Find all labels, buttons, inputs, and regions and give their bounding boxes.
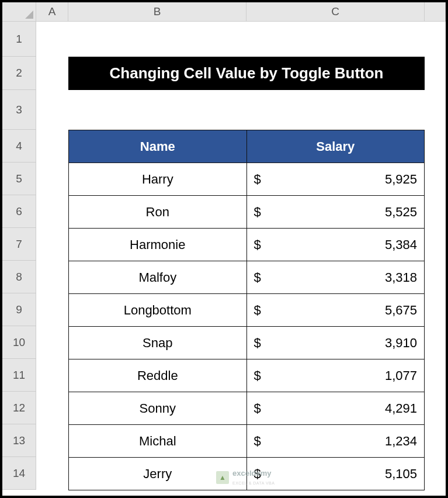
salary-value: 1,234: [385, 434, 417, 449]
row-header-8[interactable]: 8: [2, 261, 36, 293]
table-row: Michal$1,234: [69, 425, 425, 458]
currency-symbol: $: [254, 336, 261, 351]
cell-salary[interactable]: $5,925: [246, 163, 424, 196]
salary-value: 5,925: [385, 172, 417, 187]
table-row: Harry$5,925: [69, 163, 425, 196]
table-row: Jerry$5,105: [69, 458, 425, 490]
column-header-c[interactable]: C: [246, 2, 425, 21]
cell-name[interactable]: Harmonie: [69, 229, 247, 261]
table-row: Harmonie$5,384: [69, 229, 425, 261]
table-row: Longbottom$5,675: [69, 294, 425, 327]
salary-value: 5,675: [385, 303, 417, 318]
cell-name[interactable]: Ron: [69, 196, 247, 229]
column-headers: A B C: [36, 2, 446, 22]
row-header-3[interactable]: 3: [2, 90, 36, 130]
salary-value: 5,105: [385, 466, 417, 482]
worksheet-area[interactable]: Changing Cell Value by Toggle Button Nam…: [36, 22, 446, 496]
cell-salary[interactable]: $3,318: [246, 261, 424, 294]
cell-salary[interactable]: $5,105: [246, 458, 424, 490]
column-header-a[interactable]: A: [36, 2, 68, 21]
cell-name[interactable]: Jerry: [69, 458, 247, 490]
cell-name[interactable]: Sonny: [69, 392, 247, 425]
row-header-7[interactable]: 7: [2, 228, 36, 261]
header-name[interactable]: Name: [69, 130, 247, 163]
row-header-13[interactable]: 13: [2, 424, 36, 457]
salary-value: 5,384: [385, 237, 417, 253]
cell-name[interactable]: Harry: [69, 163, 247, 196]
table-row: Malfoy$3,318: [69, 261, 425, 294]
table-row: Reddle$1,077: [69, 359, 425, 392]
cell-salary[interactable]: $1,077: [246, 359, 424, 392]
data-table: Name Salary Harry$5,925Ron$5,525Harmonie…: [68, 130, 425, 490]
cell-salary[interactable]: $5,675: [246, 294, 424, 327]
cell-name[interactable]: Michal: [69, 425, 247, 458]
currency-symbol: $: [254, 172, 261, 187]
row-header-5[interactable]: 5: [2, 162, 36, 195]
currency-symbol: $: [254, 368, 261, 383]
cell-salary[interactable]: $1,234: [246, 425, 424, 458]
header-salary[interactable]: Salary: [246, 130, 424, 163]
currency-symbol: $: [254, 401, 261, 416]
cell-salary[interactable]: $3,910: [246, 327, 424, 359]
currency-symbol: $: [254, 303, 261, 318]
row-header-10[interactable]: 10: [2, 326, 36, 359]
row-headers: 1 2 3 4 5 6 7 8 9 10 11 12 13 14: [2, 22, 36, 490]
row-header-11[interactable]: 11: [2, 359, 36, 392]
currency-symbol: $: [254, 205, 261, 220]
cell-name[interactable]: Reddle: [69, 359, 247, 392]
cell-salary[interactable]: $5,525: [246, 196, 424, 229]
row-header-12[interactable]: 12: [2, 392, 36, 424]
salary-value: 3,318: [385, 270, 417, 285]
table-row: Ron$5,525: [69, 196, 425, 229]
select-all-triangle[interactable]: [2, 2, 36, 22]
table-row: Sonny$4,291: [69, 392, 425, 425]
column-header-b[interactable]: B: [68, 2, 246, 21]
currency-symbol: $: [254, 270, 261, 285]
currency-symbol: $: [254, 434, 261, 449]
cell-salary[interactable]: $5,384: [246, 229, 424, 261]
salary-value: 4,291: [385, 401, 417, 416]
cell-name[interactable]: Longbottom: [69, 294, 247, 327]
currency-symbol: $: [254, 466, 261, 482]
row-header-9[interactable]: 9: [2, 293, 36, 326]
table-row: Snap$3,910: [69, 327, 425, 359]
salary-value: 1,077: [385, 368, 417, 383]
page-title: Changing Cell Value by Toggle Button: [68, 57, 425, 90]
cell-salary[interactable]: $4,291: [246, 392, 424, 425]
salary-value: 3,910: [385, 336, 417, 351]
row-header-6[interactable]: 6: [2, 195, 36, 228]
currency-symbol: $: [254, 237, 261, 253]
salary-value: 5,525: [385, 205, 417, 220]
column-header-blank[interactable]: [425, 2, 446, 21]
table-header-row: Name Salary: [69, 130, 425, 163]
row-header-1[interactable]: 1: [2, 22, 36, 57]
row-header-14[interactable]: 14: [2, 457, 36, 490]
row-header-2[interactable]: 2: [2, 57, 36, 90]
row-header-4[interactable]: 4: [2, 130, 36, 162]
cell-name[interactable]: Malfoy: [69, 261, 247, 294]
cell-name[interactable]: Snap: [69, 327, 247, 359]
